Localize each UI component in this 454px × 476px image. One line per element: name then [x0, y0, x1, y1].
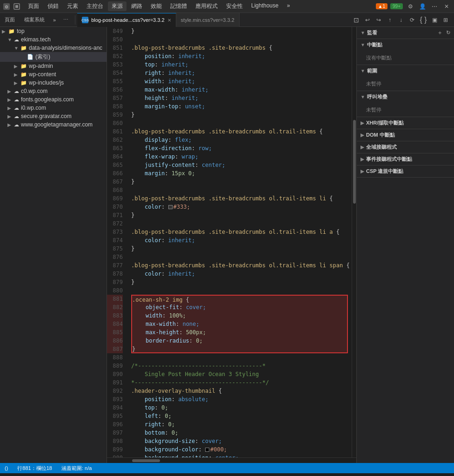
refresh-watch-icon[interactable]: ↻: [446, 30, 450, 36]
menu-more[interactable]: »: [283, 1, 294, 11]
inspect-icon[interactable]: [13, 3, 20, 10]
section-xhr-header[interactable]: ▶ XHR/擷取中斷點: [357, 117, 454, 129]
arrow-xhr: ▶: [361, 120, 364, 126]
tree-index-label: (索引): [35, 53, 50, 61]
section-event-label: 事件接聽程式中斷點: [366, 156, 412, 163]
section-scope-label: 範圍: [367, 67, 377, 74]
add-watch-icon[interactable]: ＋: [437, 29, 442, 36]
tab-more-left[interactable]: »: [51, 17, 58, 23]
menu-elements[interactable]: 元素: [63, 1, 82, 11]
tree-top[interactable]: ▶ 📁 top: [0, 27, 107, 35]
close-icon[interactable]: ✕: [442, 2, 451, 11]
tab-filesystem[interactable]: 檔案系統: [21, 16, 47, 23]
split-icon[interactable]: ⊡: [352, 15, 361, 25]
tab-bar: 頁面 檔案系統 » ⋯ CSS blog-post-heade...css?ve…: [0, 13, 454, 27]
section-global-label: 全域接聽程式: [366, 144, 397, 151]
section-global: ▶ 全域接聽程式: [357, 141, 454, 153]
tree-data-analysis[interactable]: ▼ 📁 data-analysis/dimensions-anc: [0, 44, 107, 52]
section-bp-body: 沒有中斷點: [357, 51, 454, 65]
arrow-cs: ▼: [361, 94, 365, 99]
right-icons: ▲1 99+ ⚙ 👤 ⋯ ✕: [376, 2, 451, 11]
format-icon[interactable]: { }: [419, 15, 428, 25]
section-breakpoints: ▼ 中斷點 沒有中斷點: [357, 39, 454, 65]
nav-up[interactable]: ↑: [385, 15, 394, 25]
section-callstack-header[interactable]: ▼ 呼叫堆疊: [357, 91, 454, 103]
scrollbar-h-thumb[interactable]: [132, 459, 160, 462]
section-scope-header[interactable]: ▼ 範圍: [357, 65, 454, 77]
status-bar: () 行881：欄位18 涵蓋範圍: n/a: [0, 463, 454, 473]
section-dom-header[interactable]: ▶ DOM 中斷點: [357, 129, 454, 141]
arrow-scope: ▼: [361, 68, 365, 73]
tree-index[interactable]: 📄 (索引): [0, 52, 107, 62]
tab-page[interactable]: 頁面: [2, 16, 18, 23]
domain-icon-c0wp: ☁: [14, 88, 19, 94]
file-tab-1[interactable]: CSS blog-post-heade...css?ver=3.3.2 ✕: [77, 13, 176, 27]
section-event-header[interactable]: ▶ 事件接聽程式中斷點: [357, 153, 454, 165]
no-breakpoints-text: 沒有中斷點: [366, 54, 392, 61]
arrow-wp-includes: ▶: [14, 80, 20, 86]
tree-gtm[interactable]: ▶ ☁ www.googletagmanager.com: [0, 120, 107, 129]
section-xhr-label: XHR/擷取中斷點: [366, 119, 404, 126]
nav-back[interactable]: ↩: [363, 15, 372, 25]
settings-icon[interactable]: ⚙: [406, 2, 415, 11]
tree-wp-admin[interactable]: ▶ 📁 wp-admin: [0, 62, 107, 70]
menu-application[interactable]: 應用程式: [192, 1, 221, 11]
nav-down[interactable]: ↓: [396, 15, 406, 25]
section-global-header[interactable]: ▶ 全域接聽程式: [357, 141, 454, 153]
menu-sources[interactable]: 來源: [108, 1, 127, 11]
section-csp: ▶ CSP 違規中斷點: [357, 165, 454, 178]
nav-forward[interactable]: ↪: [374, 15, 383, 25]
menu-console[interactable]: 主控台: [83, 1, 107, 11]
domain-icon-ekimas: ☁: [14, 37, 19, 43]
tree-i0wp[interactable]: ▶ ☁ i0.wp.com: [0, 104, 107, 112]
tree-ekimas[interactable]: ▼ ☁ ekimas.tech: [0, 35, 107, 44]
tree-fonts[interactable]: ▶ ☁ fonts.googleapis.com: [0, 95, 107, 104]
arrow-gravatar: ▶: [7, 114, 14, 119]
top-menubar: ⚙ 頁面 偵錯 元素 主控台 來源 網路 效能 記憶體 應用程式 安全性 Lig…: [0, 0, 454, 13]
close-tab-1[interactable]: ✕: [167, 18, 171, 23]
menu-page[interactable]: 頁面: [24, 1, 43, 11]
arrow-csp: ▶: [361, 169, 364, 174]
tree-wp-includes[interactable]: ▶ 📁 wp-includes/js: [0, 79, 107, 87]
devtools-icon: ⚙: [3, 3, 10, 10]
css-icon: CSS: [82, 17, 88, 23]
coverage-badge[interactable]: 99+: [390, 3, 403, 9]
maximize-icon[interactable]: ⊞: [441, 15, 450, 25]
arrow-wp-content: ▶: [14, 72, 20, 77]
code-editor[interactable]: 8498508518528538548558568578588598608618…: [107, 27, 352, 457]
file-tab-2[interactable]: style.min.css?ver=3.3.2: [176, 13, 240, 27]
tree-c0wp[interactable]: ▶ ☁ c0.wp.com: [0, 87, 107, 95]
arrow-c0wp: ▶: [7, 89, 14, 94]
scope-text: 未暫停: [366, 80, 381, 87]
arrow-gtm: ▶: [7, 122, 14, 127]
domain-icon-gtm: ☁: [14, 122, 19, 128]
menu-network[interactable]: 網路: [127, 1, 146, 11]
section-callstack: ▼ 呼叫堆疊 未暫停: [357, 91, 454, 117]
user-icon[interactable]: 👤: [418, 2, 427, 11]
warning-badge[interactable]: ▲1: [376, 3, 387, 9]
sidebar-toggle[interactable]: ▣: [430, 15, 439, 25]
file-tab-1-label: blog-post-heade...css?ver=3.3.2: [91, 17, 164, 23]
menu-lighthouse[interactable]: Lighthouse: [247, 1, 282, 11]
scrollbar-horizontal[interactable]: [107, 457, 356, 463]
arrow-i0wp: ▶: [7, 106, 14, 111]
tree-gravatar[interactable]: ▶ ☁ secure.gravatar.com: [0, 112, 107, 120]
tab-more-icon[interactable]: ⋯: [61, 17, 70, 23]
tree-wp-content[interactable]: ▶ 📁 wp-content: [0, 70, 107, 79]
menu-memory[interactable]: 記憶體: [167, 1, 191, 11]
code-lines-content[interactable]: }.blog-post-breadcrumbs .site-breadcrumb…: [127, 27, 352, 457]
svg-text:⚙: ⚙: [5, 5, 8, 9]
scrollbar-thumb[interactable]: [353, 120, 356, 204]
menu-performance[interactable]: 效能: [147, 1, 166, 11]
section-dom-label: DOM 中斷點: [366, 132, 395, 139]
more-icon[interactable]: ⋯: [430, 2, 439, 11]
menu-debug[interactable]: 偵錯: [44, 1, 62, 11]
menu-security[interactable]: 安全性: [222, 1, 247, 11]
section-csp-header[interactable]: ▶ CSP 違規中斷點: [357, 165, 454, 177]
file-tab-2-label: style.min.css?ver=3.3.2: [181, 17, 234, 23]
refresh-icon[interactable]: ⟳: [407, 15, 417, 25]
scrollbar-vertical[interactable]: [352, 27, 356, 457]
section-watch-header[interactable]: ▼ 監看 ＋ ↻: [357, 27, 454, 39]
tree-top-label: top: [17, 28, 25, 34]
section-breakpoints-header[interactable]: ▼ 中斷點: [357, 39, 454, 51]
